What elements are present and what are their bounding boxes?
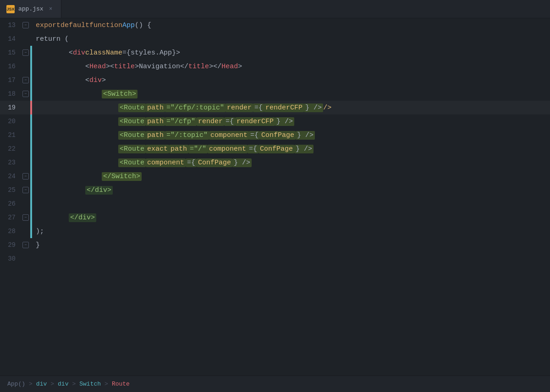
code-line-24[interactable]: </Switch> — [32, 172, 550, 181]
fold-col-13[interactable]: − — [21, 22, 30, 28]
line-number-27: 27 — [0, 214, 21, 221]
line-border-30 — [30, 252, 32, 266]
editor-area: 13−export default function App() {14 ret… — [0, 18, 550, 376]
code-line-25[interactable]: </div> — [32, 186, 550, 195]
jsx-icon: JSX — [6, 5, 15, 13]
line-row-19: 19<Route path="/cfp/:topic" render={rend… — [0, 101, 550, 114]
line-number-21: 21 — [0, 131, 21, 139]
fold-icon-29[interactable]: − — [22, 242, 29, 248]
line-row-21: 21<Route path="/:topic" component={ConfP… — [0, 128, 550, 142]
line-number-18: 18 — [0, 90, 21, 98]
line-row-25: 25−</div> — [0, 183, 550, 197]
line-number-23: 23 — [0, 159, 21, 166]
line-row-22: 22<Route exact path="/" component={ConfP… — [0, 142, 550, 156]
code-line-16[interactable]: <Head><title>Navigation</title></Head> — [32, 63, 550, 71]
line-number-16: 16 — [0, 63, 21, 70]
status-bar: App()>div>div>Switch>Route — [0, 376, 550, 392]
line-number-30: 30 — [0, 255, 21, 262]
line-border-26 — [30, 197, 32, 211]
fold-col-15[interactable]: − — [21, 49, 30, 56]
fold-col-24[interactable]: − — [21, 173, 30, 180]
fold-col-17[interactable]: − — [21, 77, 30, 83]
code-line-19[interactable]: <Route path="/cfp/:topic" render={render… — [32, 103, 550, 112]
line-row-14: 14 return ( — [0, 32, 550, 46]
line-number-29: 29 — [0, 241, 21, 249]
code-line-23[interactable]: <Route component={ConfPage} /> — [32, 158, 550, 167]
breadcrumb-item-0[interactable]: App() — [7, 381, 25, 387]
editor-content: 13−export default function App() {14 ret… — [0, 18, 550, 376]
code-line-27[interactable]: </div> — [32, 213, 550, 222]
code-line-22[interactable]: <Route exact path="/" component={ConfPag… — [32, 145, 550, 153]
breadcrumb-item-8[interactable]: Route — [112, 381, 130, 387]
line-number-22: 22 — [0, 145, 21, 152]
line-number-19: 19 — [0, 104, 21, 111]
breadcrumb-item-7: > — [104, 381, 108, 387]
line-row-28: 28 ); — [0, 224, 550, 238]
line-number-25: 25 — [0, 186, 21, 194]
code-line-29[interactable]: } — [32, 241, 550, 249]
code-line-21[interactable]: <Route path="/:topic" component={ConfPag… — [32, 131, 550, 140]
line-number-15: 15 — [0, 49, 21, 56]
fold-col-18[interactable]: − — [21, 91, 30, 97]
breadcrumb-item-6[interactable]: Switch — [79, 381, 101, 387]
breadcrumb-item-4[interactable]: div — [58, 381, 68, 387]
fold-icon-24[interactable]: − — [22, 173, 29, 180]
code-line-14[interactable]: return ( — [32, 35, 550, 43]
line-row-18: 18−<Switch> — [0, 87, 550, 101]
line-row-24: 24−</Switch> — [0, 169, 550, 183]
code-line-28[interactable]: ); — [32, 228, 550, 235]
breadcrumb-item-3: > — [50, 381, 54, 387]
tab-filename: app.jsx — [18, 5, 44, 12]
fold-icon-25[interactable]: − — [22, 187, 29, 193]
fold-icon-27[interactable]: − — [22, 214, 29, 221]
line-row-30: 30 — [0, 252, 550, 266]
fold-col-25[interactable]: − — [21, 187, 30, 193]
line-row-17: 17−<div> — [0, 73, 550, 87]
line-number-17: 17 — [0, 76, 21, 84]
line-row-20: 20<Route path="/cfp" render={renderCFP} … — [0, 114, 550, 128]
tab-bar: JSX app.jsx × — [0, 0, 550, 18]
fold-icon-18[interactable]: − — [22, 91, 29, 97]
code-line-17[interactable]: <div> — [32, 76, 550, 84]
line-number-24: 24 — [0, 173, 21, 180]
code-line-20[interactable]: <Route path="/cfp" render={renderCFP} /> — [32, 117, 550, 126]
code-line-15[interactable]: <div className={styles.App}> — [32, 49, 550, 57]
fold-icon-15[interactable]: − — [22, 49, 29, 56]
fold-col-29[interactable]: − — [21, 242, 30, 248]
fold-icon-17[interactable]: − — [22, 77, 29, 83]
line-number-28: 28 — [0, 228, 21, 235]
line-number-14: 14 — [0, 35, 21, 43]
breadcrumb-item-1: > — [29, 381, 33, 387]
breadcrumb-item-5: > — [72, 381, 76, 387]
line-row-13: 13−export default function App() { — [0, 18, 550, 32]
line-row-23: 23<Route component={ConfPage} /> — [0, 156, 550, 169]
code-line-18[interactable]: <Switch> — [32, 90, 550, 98]
line-number-13: 13 — [0, 22, 21, 29]
line-number-26: 26 — [0, 200, 21, 207]
fold-col-27[interactable]: − — [21, 214, 30, 221]
code-line-13[interactable]: export default function App() { — [32, 22, 550, 29]
line-row-16: 16<Head><title>Navigation</title></Head> — [0, 60, 550, 73]
tab-appjsx[interactable]: JSX app.jsx × — [0, 0, 61, 18]
tab-close-icon[interactable]: × — [47, 5, 55, 13]
line-row-29: 29−} — [0, 238, 550, 252]
line-row-26: 26 — [0, 197, 550, 211]
breadcrumb-item-2[interactable]: div — [36, 381, 47, 387]
line-row-15: 15−<div className={styles.App}> — [0, 46, 550, 60]
line-number-20: 20 — [0, 118, 21, 125]
line-row-27: 27−</div> — [0, 211, 550, 224]
fold-icon-13[interactable]: − — [22, 22, 29, 28]
